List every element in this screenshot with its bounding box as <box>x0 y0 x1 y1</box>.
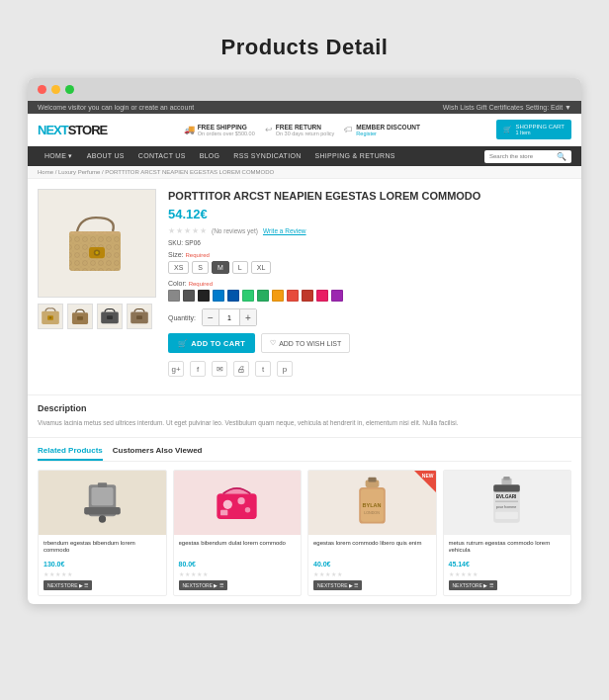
qty-decrease-button[interactable]: − <box>203 309 218 325</box>
related-product-3[interactable]: NEW BYLAN LONDON egestas lorem commodo l… <box>307 470 437 596</box>
color-swatch-9[interactable] <box>287 290 299 302</box>
nav-blog[interactable]: BLOG <box>193 146 227 166</box>
search-input[interactable] <box>489 153 554 159</box>
thumbnail-4[interactable] <box>127 304 152 329</box>
facebook-icon[interactable]: f <box>190 361 206 377</box>
nav-home[interactable]: HOME ▾ <box>38 146 80 166</box>
thumbnail-3[interactable] <box>97 304 123 329</box>
related-product-4-price: 45.14€ <box>449 561 566 568</box>
store-nav: HOME ▾ ABOUT US CONTACT US BLOG RSS SYND… <box>28 146 581 166</box>
color-swatch-8[interactable] <box>272 290 284 302</box>
related-product-1-price: 130.0€ <box>44 561 161 568</box>
nav-shipping[interactable]: SHIPPING & RETURNS <box>307 146 401 166</box>
nav-contact[interactable]: CONTACT US <box>131 146 193 166</box>
main-product-image[interactable] <box>38 189 156 298</box>
store-logo[interactable]: NEXTSTORE <box>38 123 107 137</box>
quantity-label: Quantity: <box>168 314 196 321</box>
close-dot[interactable] <box>38 85 46 94</box>
pinterest-icon[interactable]: p <box>277 361 293 377</box>
svg-point-25 <box>223 499 232 508</box>
header-features: 🚚 FREE SHIPPING On orders over $500.00 ↩… <box>184 124 420 136</box>
svg-text:BVLGARI: BVLGARI <box>496 494 517 499</box>
action-buttons: 🛒 ADD TO CART ♡ ADD TO WISH LIST <box>168 333 571 353</box>
size-s[interactable]: S <box>192 261 209 274</box>
nav-rss[interactable]: RSS SYNDICATION <box>226 146 307 166</box>
browser-titlebar <box>28 78 581 101</box>
color-swatch-3[interactable] <box>198 290 210 302</box>
twitter-icon[interactable]: t <box>255 361 271 377</box>
svg-rect-23 <box>98 482 107 487</box>
color-swatch-12[interactable] <box>331 290 343 302</box>
product-sku: SKU: SP06 <box>168 239 571 246</box>
svg-point-12 <box>49 316 51 318</box>
s5: ★ <box>203 570 208 577</box>
qty-increase-button[interactable]: + <box>240 309 256 325</box>
size-l[interactable]: L <box>232 261 248 274</box>
star-5: ★ <box>200 226 207 235</box>
color-swatch-4[interactable] <box>213 290 224 302</box>
related-product-2-info: egestas bibendum dulat lorem commodo 80.… <box>174 535 302 595</box>
email-icon[interactable]: ✉ <box>212 361 227 377</box>
related-product-1-cart-btn[interactable]: NEXTSTORE ▶ ☰ <box>44 580 92 590</box>
color-swatch-7[interactable] <box>257 290 269 302</box>
related-product-4[interactable]: BVLGARI pour homme metus rutrum egestas … <box>443 470 572 596</box>
quantity-input[interactable] <box>218 309 240 325</box>
shipping-label: FREE SHIPPING <box>198 124 255 131</box>
size-required: Required <box>186 252 210 258</box>
discount-sub[interactable]: Register <box>356 131 420 136</box>
s4: ★ <box>61 570 66 577</box>
product-thumbnails <box>38 304 156 329</box>
quantity-control: − + <box>202 308 257 326</box>
related-product-2-cart-btn[interactable]: NEXTSTORE ▶ ☰ <box>179 580 227 590</box>
write-review-link[interactable]: Write a Review <box>263 227 306 234</box>
s4: ★ <box>331 570 336 577</box>
maximize-dot[interactable] <box>65 85 74 94</box>
s2: ★ <box>49 570 54 577</box>
nav-search[interactable]: 🔍 <box>484 150 571 163</box>
s3: ★ <box>325 570 330 577</box>
related-product-2[interactable]: egestas bibendum dulat lorem commodo 80.… <box>173 470 303 596</box>
page-title: Products Detail <box>221 35 389 60</box>
product-price: 54.12€ <box>168 207 571 221</box>
cart-button[interactable]: 🛒 SHOPPING CART 1 Item <box>496 120 571 139</box>
svg-point-22 <box>99 515 106 522</box>
topbar-right: Wish Lists Gift Certificates Setting: Ed… <box>443 104 571 111</box>
add-to-cart-button[interactable]: 🛒 ADD TO CART <box>168 333 255 353</box>
related-product-4-cart-btn[interactable]: NEXTSTORE ▶ ☰ <box>449 580 497 590</box>
color-swatch-5[interactable] <box>227 290 239 302</box>
store-topbar: Welcome visitor you can login or create … <box>28 101 581 114</box>
color-swatch-10[interactable] <box>302 290 313 302</box>
s3: ★ <box>55 570 60 577</box>
nav-about[interactable]: ABOUT US <box>80 146 131 166</box>
add-to-wishlist-button[interactable]: ♡ ADD TO WISH LIST <box>261 333 350 353</box>
svg-rect-18 <box>136 315 142 319</box>
size-xl[interactable]: XL <box>251 261 272 274</box>
related-product-1[interactable]: trbendum egestas bibendum lorem commodo … <box>38 470 167 596</box>
thumbnail-1[interactable] <box>38 304 63 329</box>
color-swatch-2[interactable] <box>183 290 195 302</box>
svg-rect-36 <box>504 477 510 481</box>
search-icon[interactable]: 🔍 <box>557 152 566 161</box>
color-swatch-11[interactable] <box>316 290 328 302</box>
print-icon[interactable]: 🖨 <box>233 361 249 377</box>
s1: ★ <box>313 570 318 577</box>
tab-related-products[interactable]: Related Products <box>38 446 103 461</box>
size-m[interactable]: M <box>212 261 229 274</box>
related-product-3-cart-btn[interactable]: NEXTSTORE ▶ ☰ <box>313 580 362 590</box>
size-xs[interactable]: XS <box>168 261 189 274</box>
bag-illustration <box>57 204 136 283</box>
color-swatch-1[interactable] <box>168 290 180 302</box>
star-3: ★ <box>184 226 191 235</box>
related-product-1-name: trbendum egestas bibendum lorem commodo <box>44 540 161 558</box>
google-plus-icon[interactable]: g+ <box>168 361 184 377</box>
minimize-dot[interactable] <box>51 85 60 94</box>
color-swatch-6[interactable] <box>242 290 254 302</box>
related-product-3-image: NEW BYLAN LONDON <box>308 471 436 535</box>
svg-text:BYLAN: BYLAN <box>362 502 381 508</box>
tab-customers-also-viewed[interactable]: Customers Also Viewed <box>113 446 203 461</box>
thumbnail-2[interactable] <box>67 304 93 329</box>
browser-window: Welcome visitor you can login or create … <box>28 78 581 604</box>
related-product-2-name: egestas bibendum dulat lorem commodo <box>179 540 297 558</box>
cart-count: 1 Item <box>515 130 565 135</box>
related-product-3-info: egestas lorem commodo libero quis enim 4… <box>308 535 436 595</box>
